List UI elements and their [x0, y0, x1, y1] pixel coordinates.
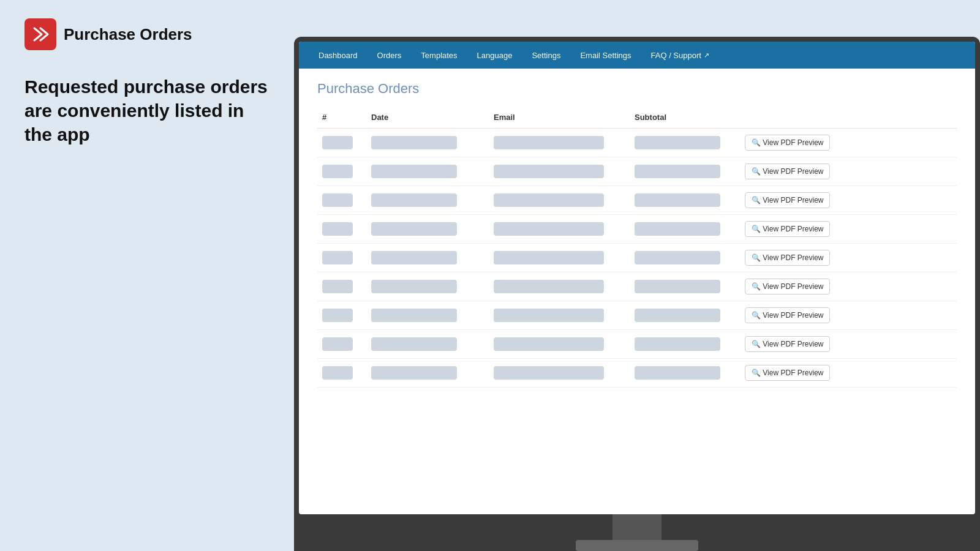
cell-action[interactable]: 🔍 View PDF Preview — [740, 334, 957, 354]
cell-subtotal — [630, 133, 740, 152]
cell-number — [317, 133, 366, 152]
view-pdf-button[interactable]: 🔍 View PDF Preview — [745, 221, 830, 237]
cell-subtotal — [630, 364, 740, 382]
cell-email — [489, 220, 630, 238]
cell-subtotal — [630, 220, 740, 238]
table-row: 🔍 View PDF Preview — [317, 157, 957, 186]
cell-subtotal — [630, 277, 740, 296]
cell-action[interactable]: 🔍 View PDF Preview — [740, 161, 957, 182]
view-pdf-button[interactable]: 🔍 View PDF Preview — [745, 163, 830, 179]
cell-subtotal — [630, 191, 740, 209]
cell-action[interactable]: 🔍 View PDF Preview — [740, 276, 957, 297]
col-header-email: Email — [489, 110, 630, 124]
view-pdf-button[interactable]: 🔍 View PDF Preview — [745, 307, 830, 323]
main-content: Purchase Orders # Date Email Subtotal — [299, 69, 975, 400]
cell-date — [366, 133, 489, 152]
cell-email — [489, 277, 630, 296]
nav-faq-support[interactable]: FAQ / Support ↗ — [641, 42, 719, 69]
nav-bar: Dashboard Orders Templates Language Sett… — [299, 42, 975, 69]
col-header-subtotal: Subtotal — [630, 110, 740, 124]
view-pdf-button[interactable]: 🔍 View PDF Preview — [745, 279, 830, 294]
left-panel: Purchase Orders Requested purchase order… — [0, 0, 294, 551]
cell-email — [489, 249, 630, 267]
cell-date — [366, 220, 489, 238]
view-pdf-button[interactable]: 🔍 View PDF Preview — [745, 365, 830, 381]
screen: Dashboard Orders Templates Language Sett… — [299, 42, 975, 514]
table-row: 🔍 View PDF Preview — [317, 272, 957, 301]
nav-email-settings[interactable]: Email Settings — [570, 42, 641, 69]
cell-subtotal — [630, 162, 740, 181]
cell-number — [317, 306, 366, 324]
col-header-number: # — [317, 110, 366, 124]
cell-subtotal — [630, 306, 740, 324]
cell-email — [489, 133, 630, 152]
cell-action[interactable]: 🔍 View PDF Preview — [740, 132, 957, 153]
monitor-base — [576, 540, 698, 551]
cell-action[interactable]: 🔍 View PDF Preview — [740, 362, 957, 383]
app-tagline: Requested purchase orders are convenient… — [24, 75, 270, 146]
table-row: 🔍 View PDF Preview — [317, 244, 957, 272]
nav-language[interactable]: Language — [467, 42, 522, 69]
view-pdf-button[interactable]: 🔍 View PDF Preview — [745, 192, 830, 208]
cell-action[interactable]: 🔍 View PDF Preview — [740, 190, 957, 211]
cell-date — [366, 277, 489, 296]
cell-number — [317, 162, 366, 181]
cell-number — [317, 335, 366, 353]
nav-settings[interactable]: Settings — [522, 42, 570, 69]
cell-number — [317, 249, 366, 267]
nav-templates[interactable]: Templates — [411, 42, 467, 69]
nav-dashboard[interactable]: Dashboard — [309, 42, 368, 69]
page-title: Purchase Orders — [317, 81, 957, 97]
monitor-container: Dashboard Orders Templates Language Sett… — [294, 37, 980, 551]
cell-date — [366, 191, 489, 209]
nav-orders[interactable]: Orders — [368, 42, 412, 69]
cell-number — [317, 220, 366, 238]
cell-number — [317, 191, 366, 209]
cell-email — [489, 306, 630, 324]
app-name: Purchase Orders — [64, 25, 192, 44]
cell-email — [489, 191, 630, 209]
cell-action[interactable]: 🔍 View PDF Preview — [740, 305, 957, 326]
cell-email — [489, 364, 630, 382]
view-pdf-button[interactable]: 🔍 View PDF Preview — [745, 336, 830, 352]
logo-area: Purchase Orders — [24, 18, 270, 50]
table-row: 🔍 View PDF Preview — [317, 330, 957, 359]
cell-date — [366, 364, 489, 382]
orders-table: # Date Email Subtotal 🔍 View PDF Preview — [317, 107, 957, 388]
table-row: 🔍 View PDF Preview — [317, 359, 957, 388]
table-header: # Date Email Subtotal — [317, 107, 957, 129]
col-header-action — [740, 110, 957, 124]
cell-date — [366, 306, 489, 324]
cell-date — [366, 249, 489, 267]
table-row: 🔍 View PDF Preview — [317, 215, 957, 244]
view-pdf-button[interactable]: 🔍 View PDF Preview — [745, 135, 830, 151]
app-logo-icon — [24, 18, 56, 50]
table-row: 🔍 View PDF Preview — [317, 129, 957, 157]
col-header-date: Date — [366, 110, 489, 124]
cell-subtotal — [630, 335, 740, 353]
cell-number — [317, 364, 366, 382]
cell-date — [366, 335, 489, 353]
cell-date — [366, 162, 489, 181]
view-pdf-button[interactable]: 🔍 View PDF Preview — [745, 250, 830, 266]
cell-number — [317, 277, 366, 296]
monitor-bezel: Dashboard Orders Templates Language Sett… — [294, 37, 980, 551]
cell-action[interactable]: 🔍 View PDF Preview — [740, 219, 957, 239]
external-link-icon: ↗ — [704, 51, 709, 59]
cell-action[interactable]: 🔍 View PDF Preview — [740, 247, 957, 268]
table-row: 🔍 View PDF Preview — [317, 186, 957, 215]
cell-email — [489, 162, 630, 181]
cell-subtotal — [630, 249, 740, 267]
cell-email — [489, 335, 630, 353]
table-row: 🔍 View PDF Preview — [317, 301, 957, 330]
